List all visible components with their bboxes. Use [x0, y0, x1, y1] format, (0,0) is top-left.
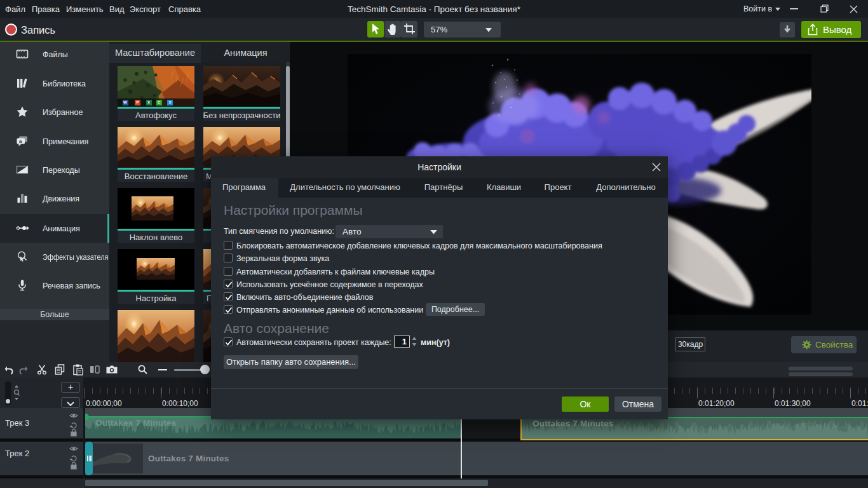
svg-text:a: a — [19, 139, 22, 144]
